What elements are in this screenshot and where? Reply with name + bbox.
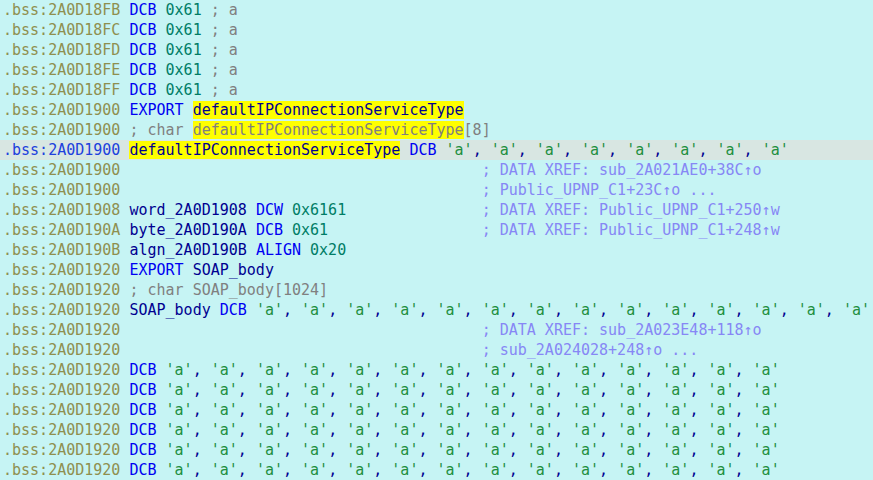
token-char-literal: 'a': [527, 401, 554, 419]
token-char-literal: 'a': [256, 461, 283, 479]
token-xref[interactable]: ; DATA XREF: sub_2A023E48+118↑o: [482, 321, 762, 339]
token-xref[interactable]: ; DATA XREF: Public_UPNP_C1+250↑w: [482, 201, 780, 219]
token-char-literal: 'a': [662, 421, 689, 439]
token-char-literal: 'a': [482, 401, 509, 419]
listing-line[interactable]: .bss:2A0D1908 word_2A0D1908 DCW 0x6161 ;…: [0, 200, 873, 220]
listing-line[interactable]: .bss:2A0D18FD DCB 0x61 ; a: [0, 40, 873, 60]
listing-line[interactable]: .bss:2A0D1920 DCB 'a', 'a', 'a', 'a', 'a…: [0, 460, 873, 480]
token-char-literal: 'a': [707, 361, 734, 379]
token-separator: ,: [653, 141, 671, 159]
token-addr: .bss:2A0D1900: [3, 121, 129, 139]
token-separator: ,: [238, 441, 256, 459]
token-char-literal: 'a': [572, 461, 599, 479]
listing-line[interactable]: .bss:2A0D18FC DCB 0x61 ; a: [0, 20, 873, 40]
token-num: 0x61: [292, 221, 328, 239]
token-addr: .bss:2A0D1900: [3, 161, 120, 179]
token-char-literal: 'a': [617, 301, 644, 319]
token-separator: ,: [554, 361, 572, 379]
listing-line-selected[interactable]: .bss:2A0D1900 defaultIPConnectionService…: [0, 140, 873, 160]
token-xref[interactable]: ; sub_2A024028+248↑o ...: [482, 341, 699, 359]
token-xref[interactable]: ; DATA XREF: Public_UPNP_C1+248↑w: [482, 221, 780, 239]
token-char-literal: 'a': [301, 401, 328, 419]
token-xref[interactable]: ; Public_UPNP_C1+23C↑o ...: [482, 181, 717, 199]
token-char-literal: 'a': [617, 401, 644, 419]
token-char-literal: 'a': [707, 301, 734, 319]
listing-line[interactable]: .bss:2A0D1900 EXPORT defaultIPConnection…: [0, 100, 873, 120]
listing-line[interactable]: .bss:2A0D1900 ; DATA XREF: sub_2A021AE0+…: [0, 160, 873, 180]
disassembly-listing[interactable]: .bss:2A0D18FB DCB 0x61 ; a.bss:2A0D18FC …: [0, 0, 873, 480]
token-char-literal: 'a': [753, 461, 780, 479]
token-separator: ,: [599, 441, 617, 459]
listing-line[interactable]: .bss:2A0D1920 DCB 'a', 'a', 'a', 'a', 'a…: [0, 440, 873, 460]
token-cmt: ; a: [211, 61, 238, 79]
token-char-literal: 'a': [482, 461, 509, 479]
listing-line[interactable]: .bss:2A0D1920 DCB 'a', 'a', 'a', 'a', 'a…: [0, 400, 873, 420]
token-addr: .bss:2A0D1900: [3, 101, 129, 119]
token-separator: ,: [283, 301, 301, 319]
token-kw: EXPORT: [129, 261, 192, 279]
token-separator: ,: [735, 401, 753, 419]
token-name[interactable]: SOAP_body: [193, 261, 274, 279]
token-char-literal: 'a': [391, 461, 418, 479]
token-addr: .bss:2A0D1920: [3, 341, 120, 359]
token-separator: ,: [735, 421, 753, 439]
listing-line[interactable]: .bss:2A0D1900 ; char defaultIPConnection…: [0, 120, 873, 140]
listing-line[interactable]: .bss:2A0D1920 DCB 'a', 'a', 'a', 'a', 'a…: [0, 380, 873, 400]
token-separator: ,: [554, 401, 572, 419]
token-name[interactable]: word_2A0D1908: [129, 201, 255, 219]
token-char-literal: 'a': [166, 361, 193, 379]
token-addr: .bss:2A0D18FC: [3, 21, 129, 39]
token-separator: ,: [238, 421, 256, 439]
listing-line[interactable]: .bss:2A0D1920 DCB 'a', 'a', 'a', 'a', 'a…: [0, 420, 873, 440]
token-char-literal: 'a': [572, 441, 599, 459]
token-name[interactable]: SOAP_body: [129, 301, 219, 319]
token-char-literal: 'a': [491, 141, 518, 159]
token-addr: .bss:2A0D18FE: [3, 61, 129, 79]
token-separator: ,: [689, 461, 707, 479]
token-name[interactable]: algn_2A0D190B: [129, 241, 255, 259]
token-char-literal: 'a': [346, 401, 373, 419]
token-char-literal: 'a': [346, 361, 373, 379]
token-separator: ,: [328, 421, 346, 439]
token-addr: .bss:2A0D1920: [3, 381, 129, 399]
token-xref[interactable]: ; DATA XREF: sub_2A021AE0+38C↑o: [482, 161, 762, 179]
listing-line[interactable]: .bss:2A0D1920 ; sub_2A024028+248↑o ...: [0, 340, 873, 360]
listing-line[interactable]: .bss:2A0D190B algn_2A0D190B ALIGN 0x20: [0, 240, 873, 260]
listing-line[interactable]: .bss:2A0D1920 SOAP_body DCB 'a', 'a', 'a…: [0, 300, 873, 320]
token-separator: ,: [554, 461, 572, 479]
token-char-literal: 'a': [391, 301, 418, 319]
token-char-literal: 'a': [482, 381, 509, 399]
token-separator: ,: [554, 441, 572, 459]
token-addr: .bss:2A0D1920: [3, 441, 129, 459]
listing-line[interactable]: .bss:2A0D18FF DCB 0x61 ; a: [0, 80, 873, 100]
token-name[interactable]: defaultIPConnectionServiceType: [193, 101, 464, 119]
listing-line[interactable]: .bss:2A0D18FE DCB 0x61 ; a: [0, 60, 873, 80]
listing-line[interactable]: .bss:2A0D190A byte_2A0D190A DCB 0x61 ; D…: [0, 220, 873, 240]
listing-line[interactable]: .bss:2A0D1920 ; DATA XREF: sub_2A023E48+…: [0, 320, 873, 340]
token-name[interactable]: defaultIPConnectionServiceType: [129, 141, 400, 159]
token-char-literal: 'a': [166, 401, 193, 419]
listing-line[interactable]: .bss:2A0D18FB DCB 0x61 ; a: [0, 0, 873, 20]
token-separator: ,: [193, 461, 211, 479]
token-char-literal: 'a': [301, 421, 328, 439]
token-char-literal: 'a': [617, 381, 644, 399]
token-separator: ,: [599, 461, 617, 479]
listing-line[interactable]: .bss:2A0D1920 ; char SOAP_body[1024]: [0, 280, 873, 300]
token-char-literal: 'a': [391, 361, 418, 379]
token-pad: [346, 201, 481, 219]
token-char-literal: 'a': [753, 381, 780, 399]
token-char-literal: 'a': [536, 141, 563, 159]
token-pad: [120, 341, 481, 359]
token-name[interactable]: byte_2A0D190A: [129, 221, 255, 239]
listing-line[interactable]: .bss:2A0D1900 ; Public_UPNP_C1+23C↑o ...: [0, 180, 873, 200]
token-char-literal: 'a': [662, 361, 689, 379]
token-separator: ,: [689, 381, 707, 399]
token-char-literal: 'a': [527, 441, 554, 459]
listing-line[interactable]: .bss:2A0D1920 DCB 'a', 'a', 'a', 'a', 'a…: [0, 360, 873, 380]
token-separator: ,: [473, 141, 491, 159]
token-char-literal: 'a': [211, 421, 238, 439]
token-char-literal: 'a': [391, 421, 418, 439]
token-num: 0x61: [166, 41, 211, 59]
token-separator: ,: [328, 461, 346, 479]
listing-line[interactable]: .bss:2A0D1920 EXPORT SOAP_body: [0, 260, 873, 280]
